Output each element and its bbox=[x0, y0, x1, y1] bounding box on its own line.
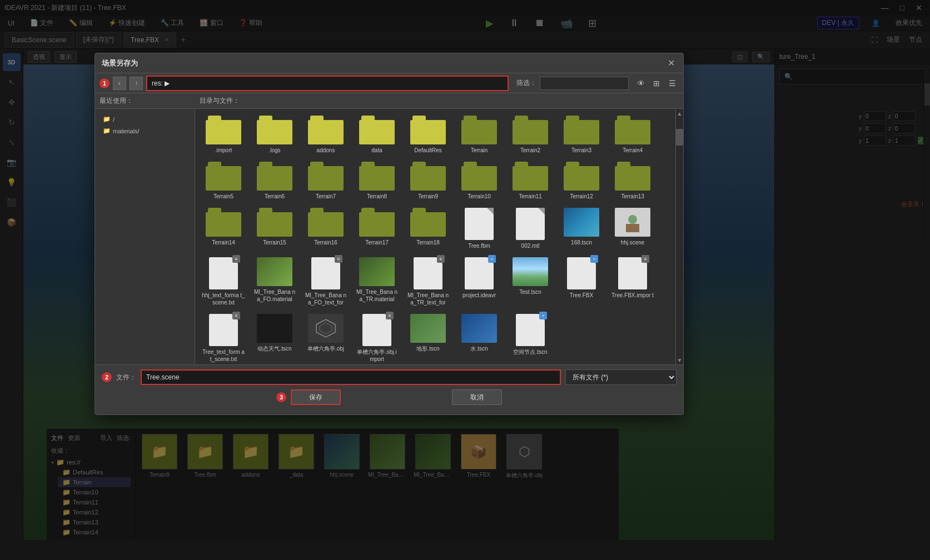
file-hex-obj[interactable]: 单槽六角亭.obj bbox=[302, 312, 350, 364]
step2-marker: 2 bbox=[102, 372, 112, 382]
svg-marker-3 bbox=[316, 319, 335, 337]
nav-up-button[interactable]: ↑ bbox=[130, 77, 143, 90]
save-button[interactable]: 保存 bbox=[291, 389, 341, 405]
file-space-node[interactable]: + 空间节点.tscn bbox=[506, 312, 554, 364]
scroll-up-button[interactable]: ▲ bbox=[676, 109, 683, 118]
dialog-close-button[interactable]: ✕ bbox=[665, 58, 677, 69]
footer-filename-row: 2 文件： 所有文件 (*) bbox=[102, 369, 677, 385]
dialog-files-grid: .import .logs addons data DefaultRes bbox=[195, 109, 675, 364]
file-dynamic-weather[interactable]: 动态天气.tscn bbox=[251, 312, 299, 364]
file-hhjscene[interactable]: hhj.scene bbox=[609, 206, 657, 252]
file-terrain6[interactable]: Terrain6 bbox=[251, 159, 299, 202]
file-terrain13[interactable]: Terrain13 bbox=[609, 159, 657, 202]
file-terrain17[interactable]: Terrain17 bbox=[353, 206, 401, 252]
dialog-sidebar: 📁 / 📁 materials/ bbox=[95, 109, 195, 364]
dialog-scrollbar[interactable]: ▲ ▼ bbox=[675, 109, 683, 364]
file-treefbx[interactable]: + Tree.FBX bbox=[558, 255, 605, 308]
file-mi-tr[interactable]: MI_Tree_Bana na_TR.material bbox=[353, 255, 401, 308]
dialog-toolbar: 1 ‹ ↑ 筛选： 👁 ⊞ ☰ bbox=[95, 73, 683, 93]
scroll-down-button[interactable]: ▼ bbox=[676, 356, 683, 364]
file-addons[interactable]: addons bbox=[302, 113, 350, 156]
file-terrain4[interactable]: Terrain4 bbox=[609, 113, 657, 156]
step1-marker: 1 bbox=[100, 78, 110, 88]
file-logs[interactable]: .logs bbox=[251, 113, 299, 156]
dialog-body: 📁 / 📁 materials/ .import .logs bbox=[95, 109, 683, 364]
file-terrain12[interactable]: Terrain12 bbox=[558, 159, 605, 202]
list-icon[interactable]: ☰ bbox=[665, 77, 679, 90]
eye-icon[interactable]: 👁 bbox=[634, 77, 648, 90]
toolbar-icons: 👁 ⊞ ☰ bbox=[634, 77, 679, 90]
filetype-select[interactable]: 所有文件 (*) bbox=[565, 369, 677, 385]
file-168tscn[interactable]: 168.tscn bbox=[558, 206, 605, 252]
scroll-track bbox=[676, 118, 683, 356]
file-testtscn[interactable]: Test.tscn bbox=[506, 255, 554, 308]
file-hex-import[interactable]: ≡ 单槽六角亭.obj.i mport bbox=[353, 312, 401, 364]
file-data[interactable]: data bbox=[353, 113, 401, 156]
file-terrain14[interactable]: Terrain14 bbox=[200, 206, 247, 252]
file-treetextformat[interactable]: ≡ Tree_text_form at_scene.txt bbox=[200, 312, 247, 364]
file-terrain11[interactable]: Terrain11 bbox=[506, 159, 554, 202]
hhj-preview bbox=[615, 208, 650, 237]
file-terrain7[interactable]: Terrain7 bbox=[302, 159, 350, 202]
filter-input[interactable] bbox=[540, 77, 629, 90]
path-input[interactable] bbox=[146, 76, 509, 91]
file-terrain15[interactable]: Terrain15 bbox=[251, 206, 299, 252]
file-002mtl[interactable]: 002.mtl bbox=[506, 206, 554, 252]
filter-label: 筛选： bbox=[516, 78, 536, 88]
dialog-title: 场景另存为 bbox=[102, 58, 138, 68]
file-terrain3[interactable]: Terrain3 bbox=[558, 113, 605, 156]
recent-materials[interactable]: 📁 materials/ bbox=[100, 125, 190, 137]
file-terrain5[interactable]: Terrain5 bbox=[200, 159, 247, 202]
file-terrain10[interactable]: Terrain10 bbox=[455, 159, 503, 202]
file-hhjtextformat[interactable]: ≡ hhj_text_forma t_scene.txt bbox=[200, 255, 247, 308]
file-terrain[interactable]: Terrain bbox=[455, 113, 503, 156]
file-treefbm[interactable]: Tree.fbm bbox=[455, 206, 503, 252]
save-dialog: 场景另存为 ✕ 1 ‹ ↑ 筛选： 👁 ⊞ ☰ 最近使用： 目录与文件： bbox=[95, 53, 684, 415]
cancel-button[interactable]: 取消 bbox=[452, 389, 502, 405]
nav-back-button[interactable]: ‹ bbox=[113, 77, 126, 90]
file-water-tscn[interactable]: 水.tscn bbox=[455, 312, 503, 364]
files-label: 目录与文件： bbox=[200, 96, 679, 106]
svg-marker-4 bbox=[320, 323, 332, 334]
file-project[interactable]: + project.ideavr bbox=[455, 255, 503, 308]
scroll-thumb bbox=[676, 129, 683, 146]
step3-marker: 3 bbox=[276, 392, 286, 402]
file-terrain-tscn[interactable]: 地形.tscn bbox=[404, 312, 452, 364]
file-treefbximport[interactable]: ≡ Tree.FBX.impor t bbox=[609, 255, 657, 308]
footer-buttons: 3 保存 取消 bbox=[102, 389, 677, 405]
svg-rect-2 bbox=[626, 224, 639, 232]
file-mi-fo[interactable]: MI_Tree_Bana na_FO.material bbox=[251, 255, 299, 308]
file-mi-tr-txt[interactable]: ≡ MI_Tree_Bana na_TR_text_for bbox=[404, 255, 452, 308]
dialog-header-row: 最近使用： 目录与文件： bbox=[95, 93, 683, 109]
dialog-overlay: 场景另存为 ✕ 1 ‹ ↑ 筛选： 👁 ⊞ ☰ 最近使用： 目录与文件： bbox=[0, 0, 930, 560]
file-mi-fo-txt[interactable]: ≡ MI_Tree_Bana na_FO_text_for bbox=[302, 255, 350, 308]
file-terrain2[interactable]: Terrain2 bbox=[506, 113, 554, 156]
file-terrain18[interactable]: Terrain18 bbox=[404, 206, 452, 252]
recent-label: 最近使用： bbox=[100, 96, 200, 106]
recent-slash[interactable]: 📁 / bbox=[100, 113, 190, 125]
file-terrain9[interactable]: Terrain9 bbox=[404, 159, 452, 202]
filename-label: 文件： bbox=[116, 373, 136, 382]
file-defaultres[interactable]: DefaultRes bbox=[404, 113, 452, 156]
folder-icon-materials: 📁 bbox=[103, 127, 111, 134]
dialog-footer: 2 文件： 所有文件 (*) 3 保存 取消 bbox=[95, 364, 683, 414]
file-terrain16[interactable]: Terrain16 bbox=[302, 206, 350, 252]
svg-point-1 bbox=[628, 215, 637, 224]
folder-icon-slash: 📁 bbox=[103, 116, 111, 123]
file-terrain8[interactable]: Terrain8 bbox=[353, 159, 401, 202]
grid-icon[interactable]: ⊞ bbox=[650, 77, 663, 90]
file-import[interactable]: .import bbox=[200, 113, 247, 156]
filename-input[interactable] bbox=[141, 369, 561, 385]
dialog-title-bar: 场景另存为 ✕ bbox=[95, 53, 683, 73]
